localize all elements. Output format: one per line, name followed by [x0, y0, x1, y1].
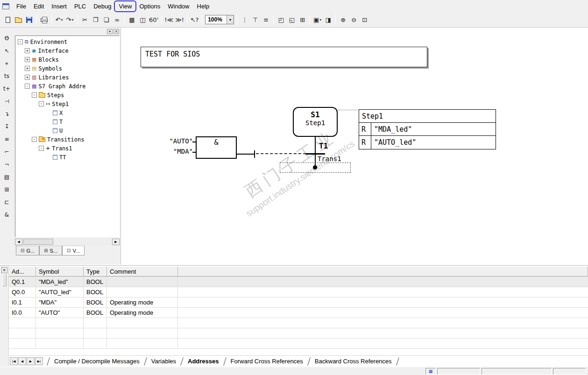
column-header-symbol[interactable]: Symbol	[36, 267, 84, 276]
tab-forward-cross-references[interactable]: Forward Cross References	[230, 358, 304, 365]
first-tab-button[interactable]: |◀	[10, 357, 18, 365]
previous-error-button[interactable]: !≪	[163, 14, 174, 25]
table-row[interactable]: Q0.0 "AUTO_led" BOOL	[9, 287, 588, 297]
redo-button[interactable]: ↷▾	[64, 14, 75, 25]
copy-button[interactable]: ❐	[90, 14, 101, 25]
expander-icon[interactable]: -	[18, 39, 23, 44]
print-button[interactable]	[39, 14, 50, 25]
menu-insert[interactable]: Insert	[48, 1, 71, 11]
action-row[interactable]: R "AUTO_led"	[359, 136, 496, 149]
last-tab-button[interactable]: ▶|	[35, 357, 43, 365]
tree-item-transitions[interactable]: - + Transitions	[17, 135, 119, 144]
menu-plc[interactable]: PLC	[71, 1, 90, 11]
new-button[interactable]	[2, 14, 13, 25]
tree-horizontal-scrollbar[interactable]: ◀ ▶	[15, 238, 120, 245]
tab-backward-cross-references[interactable]: Backward Cross References	[314, 358, 393, 365]
table-row[interactable]: I0.1 "MDA" BOOL Operating mode	[9, 297, 588, 308]
tree-item-trans1[interactable]: - + Trans1	[17, 144, 119, 153]
detail-view-button[interactable]: ▦	[127, 14, 137, 25]
select-tool-button[interactable]: ↖	[2, 46, 12, 56]
transition-crossbar[interactable]	[305, 153, 325, 155]
and-block[interactable]: &	[196, 136, 237, 159]
tree-tab-variables[interactable]: ⊡ V...	[62, 246, 85, 255]
column-header-comment[interactable]: Comment	[107, 267, 178, 276]
tab-variables[interactable]: Variables	[150, 358, 177, 365]
close-simultaneous-branch-button[interactable]: ¬	[2, 160, 12, 169]
expander-icon[interactable]: +	[25, 57, 30, 62]
expander-icon[interactable]: -	[25, 84, 30, 89]
tree-panel-grip[interactable]: ▾ ×	[14, 28, 120, 35]
paste-button[interactable]: ❏	[101, 14, 112, 25]
position-tool-button[interactable]: ⌖	[2, 59, 12, 68]
menu-options[interactable]: Options	[135, 1, 164, 11]
cut-button[interactable]: ✂	[79, 14, 90, 25]
expander-icon[interactable]: +	[25, 66, 30, 71]
action-table[interactable]: Step1 R "MDA_led" R "AUTO_led"	[359, 109, 496, 149]
and-input-mda[interactable]: "MDA"	[160, 148, 193, 155]
expander-icon[interactable]: -	[32, 92, 37, 98]
show-conditions-button[interactable]: ⊞	[297, 14, 308, 25]
sequence-view-button[interactable]: ⋮	[239, 14, 250, 25]
insert-network-tool-button[interactable]: ≡	[2, 134, 12, 144]
and-operator-tool-button[interactable]: &	[2, 210, 12, 219]
insert-call-tool-button[interactable]: ⊏	[2, 198, 12, 207]
menu-debug[interactable]: Debug	[90, 1, 115, 11]
action-row[interactable]: R "MDA_led"	[359, 123, 496, 136]
column-header-type[interactable]: Type	[84, 267, 107, 276]
table-row[interactable]: Q0.1 "MDA_led" BOOL	[9, 277, 588, 287]
scroll-left-icon[interactable]: ◀	[15, 239, 22, 245]
table-row[interactable]: I0.0 "AUTO" BOOL Operating mode	[9, 308, 588, 318]
chevron-down-icon[interactable]: ▾	[227, 15, 234, 24]
details-panel-grip[interactable]	[2, 274, 7, 286]
details-close-button[interactable]: ×	[1, 267, 7, 273]
save-button[interactable]	[24, 14, 35, 25]
insert-transition-tool-button[interactable]: t+	[2, 84, 12, 93]
panel-dropdown-button[interactable]: ▾	[107, 29, 113, 34]
insert-step-tool-button[interactable]: ts	[2, 71, 12, 81]
zoom-select[interactable]: 100% ▾	[205, 15, 234, 24]
panel-close-button[interactable]: ×	[113, 29, 119, 34]
block-properties-button[interactable]: ◫	[137, 14, 148, 25]
open-simultaneous-branch-button[interactable]: ⌐	[2, 147, 12, 156]
menu-view[interactable]: View	[115, 1, 135, 11]
and-input-auto[interactable]: "AUTO"	[160, 137, 193, 145]
zoom-fit-button[interactable]: ⊡	[359, 14, 370, 25]
tree-item-step1[interactable]: - ↦ Step1	[17, 99, 119, 108]
open-alternative-branch-button[interactable]: ⊣	[2, 97, 12, 106]
tree-tab-sequencer[interactable]: ⊞ S...	[39, 246, 62, 255]
table-row-empty[interactable]	[9, 318, 588, 328]
tab-addresses[interactable]: Addresses	[187, 358, 220, 365]
scrollbar-thumb[interactable]	[23, 239, 53, 245]
column-header-address[interactable]: Ad...	[9, 267, 36, 276]
display-bright-button[interactable]: ◨	[323, 14, 333, 25]
previous-tab-button[interactable]: ◀	[18, 357, 26, 365]
table-row-empty[interactable]	[9, 339, 588, 349]
overview-button[interactable]: ≡	[261, 14, 271, 25]
next-tab-button[interactable]: ▶	[27, 357, 35, 365]
table-row-empty[interactable]	[9, 328, 588, 339]
tree-item-steps[interactable]: - Steps	[17, 91, 119, 99]
context-help-button[interactable]: ↖?	[189, 14, 200, 25]
expander-icon[interactable]: -	[32, 137, 37, 142]
show-symbols-button[interactable]: ◰	[276, 14, 286, 25]
single-step-view-button[interactable]: ⊤	[250, 14, 261, 25]
tree-item-environment[interactable]: - ⧉ Environment	[17, 37, 119, 46]
graph-editor-canvas[interactable]: 西门子工业 support.industry.siemens.com/cs TE…	[120, 28, 588, 264]
insert-jump-tool-button[interactable]: ↴	[2, 109, 12, 119]
menu-help[interactable]: Help	[193, 1, 213, 11]
scroll-right-icon[interactable]: ▶	[112, 239, 120, 245]
tree-item-symbols[interactable]: + ▤ Symbols	[17, 64, 119, 73]
expander-icon[interactable]: +	[25, 75, 30, 80]
insert-action-tool-button[interactable]: ▤	[2, 172, 12, 182]
menu-file[interactable]: File	[13, 1, 30, 11]
comment-box[interactable]: TEST FOR SIOS	[141, 47, 427, 67]
expander-icon[interactable]: -	[39, 101, 44, 106]
expander-icon[interactable]: +	[25, 48, 30, 53]
next-error-button[interactable]: ≫!	[174, 14, 185, 25]
tree-item-s7-graph-addresses[interactable]: - ▩ S7 Graph Addre	[17, 82, 119, 91]
zoom-out-button[interactable]: ⊖	[348, 14, 359, 25]
show-comments-button[interactable]: ◱	[286, 14, 297, 25]
step-s1-box[interactable]: S1 Step1	[293, 107, 338, 137]
tree-item-blocks[interactable]: + ▦ Blocks	[17, 55, 119, 64]
tree-item-tt[interactable]: TT	[17, 153, 119, 162]
